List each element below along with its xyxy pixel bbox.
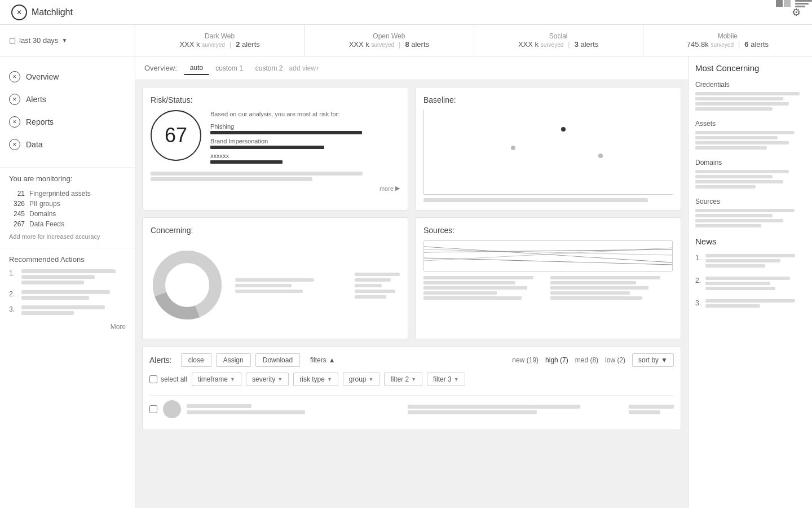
risk-panel-title: Risk/Status: [151,95,400,104]
alerts-icon [9,94,20,105]
mc-assets: Assets [695,120,805,150]
monitoring-title: You are monitoring: [9,174,126,183]
bottom-panels-row: Concerning: [142,217,681,339]
recommended-title: Recommended Actions [9,255,126,264]
tab-custom2[interactable]: custom 2 [249,62,289,75]
alert-checkbox[interactable] [149,405,157,413]
risk-type-filter[interactable]: risk type ▼ [293,373,338,386]
overview-label: Overview: [144,64,177,72]
dark-web-label: Dark Web [205,32,235,40]
select-all-label: select all [161,375,187,383]
chevron-down-icon-5: ▼ [411,376,416,382]
group-filter[interactable]: group ▼ [343,373,380,386]
chevron-down-icon-3: ▼ [327,376,332,382]
timeframe-filter[interactable]: timeframe ▼ [192,373,241,386]
logo: ✕ Matchlight [11,5,73,20]
tab-add-view[interactable]: add view+ [289,64,320,72]
tab-new[interactable]: new (19) [512,356,539,364]
mc-credentials: Credentials [695,81,805,111]
mc-assets-title: Assets [695,120,805,128]
alert-tabs: new (19) high (7) med (8) low (2) sort b… [512,353,674,367]
main-layout: Overview Alerts Reports Data You are mon… [0,56,812,508]
chevron-icon: ▼ [61,37,67,43]
tab-custom1[interactable]: custom 1 [209,62,249,75]
date-filter-area[interactable]: ▢ last 30 days ▼ [0,25,135,56]
chevron-down-icon-6: ▼ [454,376,459,382]
tab-auto[interactable]: auto [184,61,209,75]
overview-tabs: Overview: auto custom 1 custom 2 add vie… [135,56,688,80]
overview-label: Overview [26,72,59,81]
filter3-filter[interactable]: filter 3 ▼ [427,373,465,386]
assign-button[interactable]: Assign [216,353,251,367]
tab-high[interactable]: high (7) [545,356,568,364]
top-panels-row: Risk/Status: 67 Based on our analysis, y… [142,87,681,211]
settings-icon[interactable]: ⚙ [792,6,801,19]
mc-sources: Sources [695,198,805,227]
download-button[interactable]: Download [255,353,300,367]
alerts-label: Alerts [26,95,46,104]
survey-dark-web: Dark Web XXX k surveyed | 2 alerts [135,25,304,56]
data-icon [9,139,20,150]
close-button[interactable]: close [181,353,211,367]
add-more-text[interactable]: Add more for increased accuracy [9,233,126,241]
tab-low[interactable]: low (2) [605,356,625,364]
rec-item-2: 2. [9,290,126,300]
mc-sources-title: Sources [695,198,805,205]
alerts-section: Alerts: close Assign Download filters ▲ … [142,346,681,430]
alert-detail-lines [408,405,623,414]
baseline-line-1 [423,198,648,202]
reports-icon [9,116,20,128]
dark-web-counts: XXX k surveyed | 2 alerts [179,40,259,49]
sources-content [423,240,673,331]
rec-item-3: 3. [9,305,126,315]
risk-more[interactable]: more ▶ [151,185,400,192]
sidebar-item-overview[interactable]: Overview [0,65,135,88]
mc-credentials-title: Credentials [695,81,805,89]
calendar-icon: ▢ [9,36,16,45]
sources-lines-svg [424,241,672,271]
survey-bar: Dark Web XXX k surveyed | 2 alerts Open … [135,25,812,56]
concerning-leg-2 [235,284,292,287]
news-item-3: 3. [695,299,805,308]
survey-mobile: Mobile 745.8k surveyed | 6 alerts [643,25,812,56]
most-concerning-title: Most Concerning [695,63,805,73]
risk-lines [151,172,400,181]
concerning-content [151,240,400,331]
overview-icon [9,71,20,82]
monitoring-row-3: 245 Domains [9,209,126,219]
baseline-panel: Baseline: [415,87,681,211]
sidebar: Overview Alerts Reports Data You are mon… [0,56,135,508]
filters-button[interactable]: filters ▲ [304,354,341,366]
more-link[interactable]: More [9,321,126,333]
dot-1 [561,127,566,132]
sidebar-item-alerts[interactable]: Alerts [0,88,135,111]
sources-panel: Sources: [415,217,681,339]
svg-line-2 [424,247,672,262]
risk-desc: Based on our analysis, you are most at r… [210,110,400,119]
tab-med[interactable]: med (8) [575,356,598,364]
dot-2 [511,146,515,150]
news-num-1: 1. [695,254,701,262]
concerning-title: Concerning: [151,226,400,235]
risk-content: 67 Based on our analysis, you are most a… [151,110,400,167]
sort-by-dropdown[interactable]: sort by ▼ [632,353,674,367]
mc-sources-lines [695,209,805,227]
content-area: Overview: auto custom 1 custom 2 add vie… [135,56,688,508]
filter2-filter[interactable]: filter 2 ▼ [384,373,422,386]
baseline-chart [423,110,673,195]
news-num-3: 3. [695,299,701,307]
sidebar-item-data[interactable]: Data [0,133,135,156]
select-all-checkbox[interactable] [149,375,157,383]
recommended-section: Recommended Actions 1. 2. 3. [0,248,135,340]
right-panel: Most Concerning Credentials Assets Domai… [688,56,812,508]
severity-filter[interactable]: severity ▼ [246,373,289,386]
select-all-row: select all [149,375,187,383]
alert-row [149,395,674,423]
baseline-title: Baseline: [423,95,456,104]
donut-svg [151,248,224,322]
reports-label: Reports [26,117,54,126]
sidebar-item-reports[interactable]: Reports [0,111,135,133]
sources-lines [423,276,673,300]
mc-domains-lines [695,170,805,189]
concerning-leg-3 [235,290,303,293]
